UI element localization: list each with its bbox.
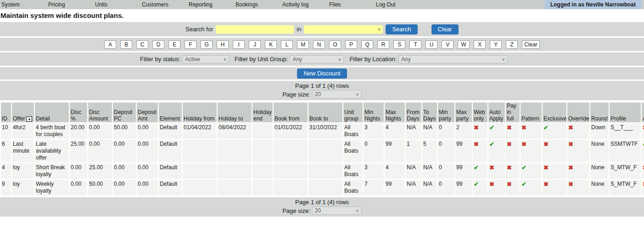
nav-item-bookings[interactable]: Bookings (234, 0, 281, 9)
page-size-value: 20 (315, 207, 321, 214)
filter-status-select[interactable]: Active ∨ (182, 55, 229, 63)
col-header-override[interactable]: Override (567, 103, 589, 122)
alphabet-button-f[interactable]: F (185, 40, 196, 49)
col-header-exclusive[interactable]: Exclusive (543, 103, 566, 122)
cross-icon: ✖ (489, 181, 494, 188)
alphabet-clear-button[interactable]: Clear (522, 40, 540, 49)
col-header-label: Unit group (344, 109, 358, 122)
alphabet-button-c[interactable]: C (136, 40, 148, 49)
col-header-book_from[interactable]: Book from (274, 103, 308, 122)
search-in-select[interactable]: ∨ (304, 25, 383, 34)
search-input[interactable] (216, 25, 294, 34)
nav-item-pricing[interactable]: Pricing (47, 0, 94, 9)
col-header-web_only[interactable]: Web only (473, 103, 487, 122)
col-header-unit_group[interactable]: Unit group (343, 103, 363, 122)
col-header-pay_in_full[interactable]: Pay in full (506, 103, 520, 122)
nav-item-customers[interactable]: Customers (140, 0, 187, 9)
cell-deposit_pc: 0.00 (113, 140, 136, 162)
col-header-deposit_pc[interactable]: Deposit PC (113, 103, 136, 122)
col-header-max_nights[interactable]: Max Nights (385, 103, 405, 122)
cell-agent: ✖ (642, 163, 644, 179)
col-header-holiday_to[interactable]: Holiday to (218, 103, 252, 122)
cell-min_nights: 0 (364, 140, 384, 162)
cell-from_days: N/A (406, 123, 421, 139)
col-header-agent[interactable]: Agent (642, 103, 644, 122)
alphabet-button-d[interactable]: D (152, 40, 164, 49)
cell-web_only: ✔ (473, 163, 487, 179)
search-button[interactable]: Search (386, 24, 417, 34)
cell-book_to (308, 140, 342, 162)
col-header-holiday_from[interactable]: Holiday from (183, 103, 217, 122)
alphabet-button-s[interactable]: S (393, 40, 405, 49)
nav-item-reporting[interactable]: Reporting (187, 0, 234, 9)
nav-item-units[interactable]: Units (94, 0, 140, 9)
filter-location-select[interactable]: Any ∨ (398, 55, 508, 63)
alphabet-button-o[interactable]: O (329, 40, 341, 49)
cell-disc_amount: 0.00 (88, 123, 112, 139)
page-size-select[interactable]: 20 ∨ (312, 206, 362, 215)
col-header-book_to[interactable]: Book to (308, 103, 342, 122)
alphabet-button-l[interactable]: L (281, 40, 293, 49)
table-row[interactable]: 6Last minuteLate availability offer25.00… (1, 140, 644, 162)
filter-location-value: Any (401, 56, 411, 63)
alphabet-button-r[interactable]: R (377, 40, 389, 49)
alphabet-button-w[interactable]: W (458, 40, 470, 49)
alphabet-button-v[interactable]: V (442, 40, 454, 49)
alphabet-button-x[interactable]: X (474, 40, 486, 49)
col-header-deposit_amt[interactable]: Deposit Amt (137, 103, 158, 122)
cell-book_from (274, 180, 308, 195)
alphabet-button-a[interactable]: A (104, 40, 116, 49)
alphabet-button-m[interactable]: M (297, 40, 309, 49)
col-header-from_days[interactable]: From Days (406, 103, 421, 122)
col-header-offer[interactable]: Offer▲ (12, 103, 34, 122)
alphabet-button-b[interactable]: B (120, 40, 132, 49)
col-header-id[interactable]: ID (1, 103, 11, 122)
col-header-min_party[interactable]: Min party (438, 103, 454, 122)
alphabet-button-p[interactable]: P (345, 40, 357, 49)
col-header-to_days[interactable]: To Days (422, 103, 437, 122)
alphabet-button-j[interactable]: J (249, 40, 261, 49)
col-header-detail[interactable]: Detail (35, 103, 69, 122)
col-header-disc_pc[interactable]: Disc % (70, 103, 87, 122)
alphabet-button-y[interactable]: Y (490, 40, 502, 49)
col-header-label: Offer (13, 115, 25, 122)
page-size-select[interactable]: 20 ∨ (312, 90, 362, 98)
table-row[interactable]: 104for24 berth boat for couples20.000.00… (1, 123, 644, 139)
cell-to_days: N/A (422, 180, 437, 195)
nav-item-files[interactable]: Files (328, 0, 375, 9)
cell-unit_group: All Boats (343, 180, 363, 195)
cell-min_party: 0 (438, 180, 454, 195)
alphabet-button-q[interactable]: Q (361, 40, 373, 49)
col-header-max_party[interactable]: Max party (455, 103, 472, 122)
alphabet-button-n[interactable]: N (313, 40, 325, 49)
alphabet-button-t[interactable]: T (409, 40, 421, 49)
col-header-element[interactable]: Element (159, 103, 182, 122)
col-header-min_nights[interactable]: Min Nights (364, 103, 384, 122)
new-discount-button[interactable]: New Discount (297, 69, 347, 79)
alphabet-button-z[interactable]: Z (506, 40, 518, 49)
alphabet-button-i[interactable]: I (233, 40, 245, 49)
alphabet-button-u[interactable]: U (426, 40, 437, 49)
check-icon: ✔ (521, 164, 526, 171)
nav-item-activity-log[interactable]: Activity log (281, 0, 328, 9)
alphabet-button-g[interactable]: G (201, 40, 213, 49)
filter-unit-group-select[interactable]: Any ∨ (290, 55, 344, 63)
check-icon: ✔ (474, 164, 479, 171)
cell-pattern: ✔ (521, 180, 542, 195)
nav-item-log-out[interactable]: Log Out (375, 0, 421, 9)
col-header-profile[interactable]: Profile (610, 103, 641, 122)
filter-unit-group-value: Any (292, 56, 302, 63)
clear-button[interactable]: Clear (431, 24, 459, 34)
nav-item-system[interactable]: System (0, 0, 47, 9)
table-row[interactable]: 4loyShort Break loyalty0.0025.000.000.00… (1, 163, 644, 179)
col-header-round[interactable]: Round (590, 103, 609, 122)
col-header-auto_apply[interactable]: Auto Apply (488, 103, 505, 122)
col-header-holiday_end[interactable]: Holiday end (252, 103, 273, 122)
alphabet-button-k[interactable]: K (265, 40, 277, 49)
col-header-pattern[interactable]: Pattern (521, 103, 542, 122)
alphabet-button-e[interactable]: E (168, 40, 180, 49)
col-header-disc_amount[interactable]: Disc Amount (88, 103, 112, 122)
alphabet-button-h[interactable]: H (217, 40, 229, 49)
table-row[interactable]: 9loyWeekly loyalty0.0050.000.000.00Defau… (1, 180, 644, 195)
cell-id: 6 (1, 140, 11, 162)
